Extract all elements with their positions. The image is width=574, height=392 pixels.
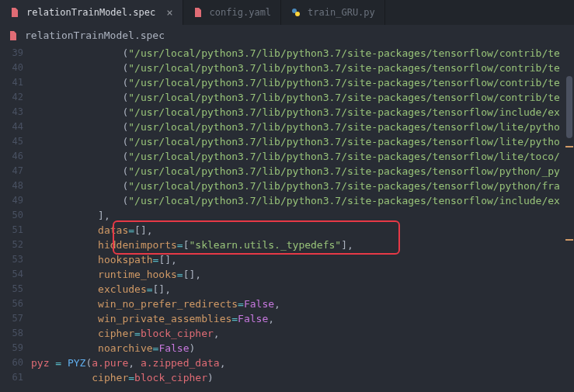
breadcrumb-filename: relationTrainModel.spec: [25, 29, 165, 41]
vertical-scrollbar[interactable]: [565, 45, 574, 392]
tab-label: config.yaml: [210, 7, 271, 18]
tab-label: relationTrainModel.spec: [26, 7, 155, 18]
editor-tabs: relationTrainModel.spec × config.yaml tr…: [0, 0, 574, 25]
file-icon: [9, 7, 20, 18]
line-gutter: 3940414243444546474849505152535455565758…: [0, 46, 31, 392]
breadcrumb: relationTrainModel.spec: [0, 25, 574, 46]
tab-train-gru[interactable]: train_GRU.py: [281, 0, 385, 25]
tab-relationtrainmodel[interactable]: relationTrainModel.spec ×: [0, 0, 183, 25]
python-icon: [290, 7, 301, 18]
svg-point-1: [295, 12, 300, 16]
close-icon[interactable]: ×: [162, 6, 172, 19]
editor-area[interactable]: 3940414243444546474849505152535455565758…: [0, 46, 574, 392]
scroll-marker: [565, 239, 573, 241]
scroll-marker: [565, 146, 573, 147]
tab-label: train_GRU.py: [308, 7, 375, 18]
file-icon: [193, 7, 204, 18]
tab-config[interactable]: config.yaml: [183, 0, 281, 25]
code-content[interactable]: ("/usr/local/python3.7/lib/python3.7/sit…: [31, 46, 574, 392]
scrollbar-thumb[interactable]: [566, 76, 572, 138]
file-icon: [8, 30, 19, 41]
